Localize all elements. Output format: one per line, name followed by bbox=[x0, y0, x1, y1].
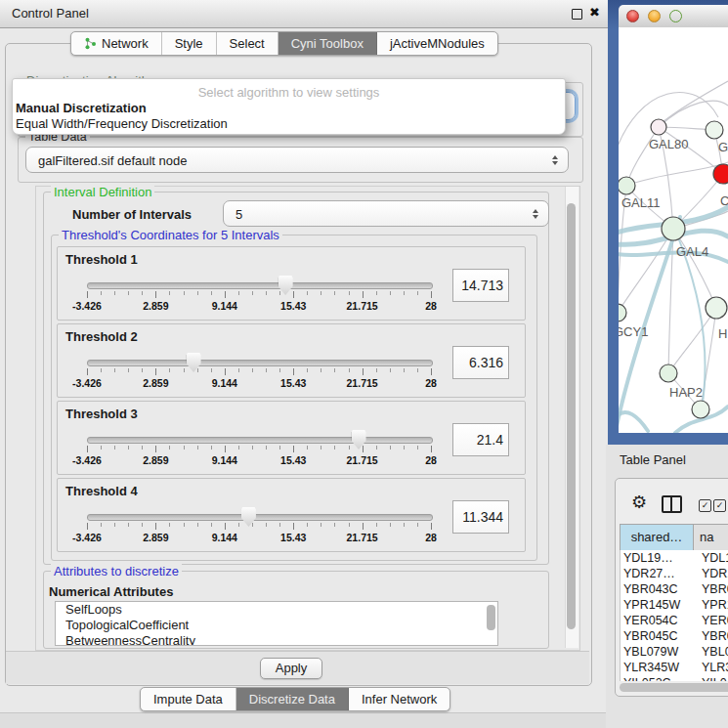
table-data-combobox[interactable]: galFiltered.sif default node bbox=[25, 147, 569, 173]
table-cell: YPR1 bbox=[695, 597, 728, 613]
tab-cyni-toolbox[interactable]: Cyni Toolbox bbox=[278, 32, 377, 55]
thresholds-group-label: Threshold's Coordinates for 5 Intervals bbox=[59, 228, 282, 242]
number-of-intervals-combobox[interactable]: 5 bbox=[223, 200, 549, 227]
tick-label: 28 bbox=[425, 300, 437, 312]
threshold-label: Threshold 1 bbox=[65, 252, 138, 267]
tab-infer-network[interactable]: Infer Network bbox=[349, 688, 450, 710]
top-tab-bar: NetworkStyleSelectCyni ToolboxjActiveMNo… bbox=[70, 31, 498, 56]
threshold-list: Threshold 1 -3.4262.8599.14415.4321.7152… bbox=[57, 246, 528, 555]
attribute-item[interactable]: BetweennessCentrality bbox=[56, 633, 497, 646]
network-node[interactable] bbox=[662, 217, 685, 240]
tab-style[interactable]: Style bbox=[162, 32, 217, 55]
network-node[interactable] bbox=[692, 401, 709, 418]
dropdown-prompt: Select algorithm to view settings bbox=[13, 85, 565, 100]
table-row[interactable]: YBR043CYBR0 bbox=[621, 581, 728, 597]
threshold-panel: Threshold 3 -3.4262.8599.14415.4321.7152… bbox=[57, 401, 526, 475]
tick-label: 9.144 bbox=[212, 377, 237, 389]
traffic-light-minimize-icon[interactable] bbox=[648, 10, 661, 22]
table-cell: YER054C bbox=[621, 613, 695, 628]
table-body: YDL19…YDL1YDR27…YDR2YBR043CYBR0YPR145WYP… bbox=[620, 550, 728, 681]
panel-title: Control Panel bbox=[12, 6, 89, 21]
node-label: GAL11 bbox=[621, 195, 661, 210]
table-row[interactable]: YBR045CYBR0 bbox=[621, 628, 728, 644]
tab-discretize-data[interactable]: Discretize Data bbox=[236, 688, 349, 710]
checkbox-icon[interactable]: ✓ bbox=[713, 499, 726, 512]
network-node[interactable] bbox=[660, 364, 677, 382]
table-cell: YBL0 bbox=[695, 644, 728, 660]
table-row[interactable]: YBL079WYBL0 bbox=[621, 644, 728, 660]
apply-button[interactable]: Apply bbox=[260, 658, 322, 679]
list-scrollbar-thumb[interactable] bbox=[487, 605, 495, 630]
tick-label: 9.144 bbox=[212, 454, 237, 466]
dropdown-item-equal-width-frequency[interactable]: Equal Width/Frequency Discretization bbox=[16, 116, 543, 132]
tab-select[interactable]: Select bbox=[217, 32, 278, 55]
network-node[interactable] bbox=[619, 304, 626, 321]
table-row[interactable]: YLR345WYLR3 bbox=[621, 660, 728, 675]
network-node[interactable] bbox=[619, 177, 635, 194]
slider-tick-labels: -3.4262.8599.14415.4321.71528 bbox=[87, 300, 431, 313]
algorithm-dropdown-popup: Select algorithm to view settings Manual… bbox=[12, 78, 566, 135]
close-icon[interactable]: ✖ bbox=[589, 5, 600, 20]
column-header-shared-name[interactable]: shared… bbox=[620, 525, 694, 550]
threshold-value-field[interactable]: 21.4 bbox=[452, 423, 509, 456]
table-cell: YBR043C bbox=[621, 581, 695, 597]
node-label: HAP2 bbox=[669, 385, 703, 400]
table-cell: YBR045C bbox=[621, 628, 695, 644]
tick-label: 21.715 bbox=[347, 377, 378, 389]
checkbox-icon[interactable]: ✓ bbox=[699, 499, 711, 512]
number-of-intervals-value: 5 bbox=[236, 207, 242, 222]
tick-label: 15.43 bbox=[280, 532, 306, 543]
table-row[interactable]: YER054CYER0 bbox=[621, 613, 728, 628]
settings-scrollbar-thumb[interactable] bbox=[567, 203, 576, 629]
tab-jactivemnodules[interactable]: jActiveMNodules bbox=[377, 32, 497, 55]
table-row[interactable]: YIL052CYIL0 bbox=[621, 675, 728, 681]
slider-track[interactable] bbox=[87, 360, 433, 366]
table-cell: YLR345W bbox=[621, 660, 695, 675]
network-node[interactable] bbox=[706, 121, 723, 139]
tick-label: -3.426 bbox=[72, 300, 102, 312]
table-panel-window: ⚙ ✓ ✓ shared… na YDL19…YDL1YDR27…YDR2YBR… bbox=[615, 478, 728, 697]
table-cell: YBL079W bbox=[621, 644, 695, 660]
bottom-strip bbox=[0, 712, 608, 728]
tab-label: Impute Data bbox=[153, 688, 223, 710]
table-cell: YDL19… bbox=[621, 550, 695, 566]
traffic-light-close-icon[interactable] bbox=[626, 10, 639, 22]
network-node[interactable] bbox=[651, 119, 666, 135]
attribute-item[interactable]: TopologicalCoefficient bbox=[56, 618, 497, 633]
network-canvas[interactable]: GAL80GACGAL11GAL4GCY1HHAP2 bbox=[619, 27, 728, 433]
slider-track[interactable] bbox=[87, 282, 433, 289]
table-row[interactable]: YPR145WYPR1 bbox=[621, 597, 728, 613]
traffic-light-zoom-icon[interactable] bbox=[669, 10, 682, 22]
tick-label: 28 bbox=[425, 454, 437, 466]
threshold-value-field[interactable]: 6.316 bbox=[452, 346, 509, 379]
threshold-panel: Threshold 4 -3.4262.8599.14415.4321.7152… bbox=[57, 478, 526, 552]
tab-label: jActiveMNodules bbox=[390, 32, 485, 55]
table-data-value: galFiltered.sif default node bbox=[38, 153, 187, 168]
float-window-icon[interactable] bbox=[572, 9, 582, 20]
attribute-item[interactable]: SelfLoops bbox=[56, 602, 497, 618]
tick-label: -3.426 bbox=[72, 532, 102, 543]
network-node[interactable] bbox=[706, 297, 727, 319]
table-row[interactable]: YDL19…YDL1 bbox=[621, 550, 728, 566]
threshold-value-field[interactable]: 14.713 bbox=[452, 269, 509, 302]
dropdown-item-manual-discretization[interactable]: Manual Discretization bbox=[16, 101, 543, 116]
tab-network[interactable]: Network bbox=[71, 32, 162, 55]
tab-label: Infer Network bbox=[362, 688, 437, 710]
split-columns-icon[interactable] bbox=[662, 495, 682, 513]
table-cell: YDR2 bbox=[695, 566, 728, 581]
threshold-label: Threshold 2 bbox=[65, 329, 138, 344]
tick-label: -3.426 bbox=[72, 454, 102, 466]
tab-label: Select bbox=[230, 32, 265, 55]
network-node[interactable] bbox=[713, 164, 728, 184]
tab-impute-data[interactable]: Impute Data bbox=[141, 688, 236, 710]
table-row[interactable]: YDR27…YDR2 bbox=[621, 566, 728, 581]
gear-icon[interactable]: ⚙ bbox=[631, 492, 647, 512]
screen: Control Panel ✖ NetworkStyleSelectCyni T… bbox=[0, 0, 728, 728]
threshold-panel: Threshold 2 -3.4262.8599.14415.4321.7152… bbox=[57, 323, 526, 398]
threshold-value-field[interactable]: 11.344 bbox=[452, 500, 509, 534]
table-horizontal-scrollbar[interactable] bbox=[620, 683, 728, 692]
table-cell: YBR0 bbox=[695, 628, 728, 644]
column-header-name[interactable]: na bbox=[694, 525, 728, 550]
slider-track[interactable] bbox=[87, 514, 433, 521]
slider-track[interactable] bbox=[87, 437, 433, 444]
